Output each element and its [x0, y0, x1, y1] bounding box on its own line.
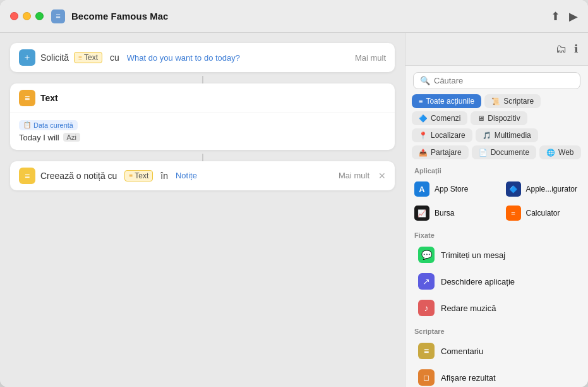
app-label-apple-config: Apple...igurator	[526, 185, 577, 194]
token-icon: ≡	[78, 54, 82, 61]
action-list: Aplicații A App Store 🔷 Apple...igurator…	[405, 163, 588, 387]
solicit-token[interactable]: ≡ Text	[74, 52, 102, 63]
main-content: ＋ Solicită ≡ Text cu What do you want to…	[0, 33, 588, 387]
pill-icon-toate: ≡	[419, 97, 423, 105]
titlebar: ≡ Become Famous Mac ⬆ ▶	[0, 0, 588, 33]
note-link[interactable]: Notițe	[176, 171, 197, 180]
text-title: Text	[40, 93, 58, 103]
share-button[interactable]: ⬆	[551, 9, 560, 23]
pill-label-localizare: Localizare	[431, 131, 465, 140]
add-library-icon[interactable]: 🗂	[556, 43, 567, 56]
pill-label-documente: Documente	[491, 148, 529, 157]
text-body: 📋 Data curentă Today I will Azi	[10, 113, 395, 150]
body-text: Today I will Azi	[19, 133, 386, 142]
pill-label-comenzi: Comenzi	[431, 114, 460, 123]
search-bar: 🔍	[405, 66, 588, 94]
window-title: Become Famous Mac	[71, 11, 168, 22]
scriptare-section-label: Scriptare	[405, 324, 588, 338]
app-item-bursa[interactable]: 📈 Bursa	[405, 201, 497, 225]
note-token-icon: ≡	[129, 172, 133, 179]
pill-comenzi[interactable]: 🔷 Comenzi	[412, 111, 467, 125]
solicit-link[interactable]: What do you want to do today?	[127, 53, 240, 63]
minimize-button[interactable]	[23, 12, 31, 20]
note-token[interactable]: ≡ Text	[124, 170, 153, 181]
action-redare-muzica[interactable]: ♪ Redare muzică	[409, 295, 584, 321]
search-icon: 🔍	[420, 76, 430, 85]
data-tag[interactable]: 📋 Data curentă	[19, 120, 78, 130]
action-afisare-rezultat[interactable]: ◻ Afișare rezultat	[409, 365, 584, 387]
pill-multimedia[interactable]: 🎵 Multimedia	[476, 128, 538, 142]
fixed-section-label: Fixate	[405, 228, 588, 242]
right-toolbar: 🗂 ℹ	[405, 33, 588, 66]
app-icon-appstore: A	[414, 181, 429, 197]
pill-icon-partajare: 📤	[419, 149, 428, 157]
info-icon[interactable]: ℹ	[574, 42, 578, 56]
note-icon: ≡	[19, 168, 35, 184]
pill-icon-dispozitiv: 🖥	[477, 114, 484, 122]
solicit-more[interactable]: Mai mult	[355, 53, 386, 63]
note-middle: în	[160, 171, 168, 181]
label-deschidere-aplicatie: Deschidere aplicație	[441, 277, 515, 286]
left-panel: ＋ Solicită ≡ Text cu What do you want to…	[0, 33, 405, 387]
icon-afisare-rezultat: ◻	[418, 369, 435, 386]
icon-trimiteti-mesaj: 💬	[418, 247, 435, 263]
app-icon-calculator: =	[506, 206, 521, 221]
category-pills: ≡ Toate acțiunile 📜 Scriptare 🔷 Comenzi …	[405, 94, 588, 163]
pill-partajare[interactable]: 📤 Partajare	[412, 145, 469, 159]
fullscreen-button[interactable]	[35, 12, 44, 20]
note-close[interactable]: ✕	[378, 171, 386, 181]
app-label-calculator: Calculator	[526, 209, 560, 218]
apps-grid: A App Store 🔷 Apple...igurator 📈 Bursa =…	[405, 177, 588, 225]
label-afisare-rezultat: Afișare rezultat	[441, 373, 496, 383]
pill-icon-comenzi: 🔷	[419, 114, 428, 123]
icon-redare-muzica: ♪	[418, 300, 435, 316]
action-comentariu[interactable]: ≡ Comentariu	[409, 338, 584, 364]
search-input[interactable]	[434, 76, 573, 85]
app-icon: ≡	[51, 9, 65, 23]
tag-icon: 📋	[23, 121, 31, 128]
pill-icon-web: 🌐	[546, 149, 555, 157]
create-note-header: ≡ Creează o notiță cu ≡ Text în Notițe M…	[10, 161, 395, 190]
text-header: ≡ Text	[10, 83, 395, 113]
solicit-middle: cu	[110, 52, 119, 63]
pill-web[interactable]: 🌐 Web	[539, 145, 580, 159]
title-area: ≡ Become Famous Mac	[51, 9, 168, 23]
app-icon-apple-config: 🔷	[506, 181, 521, 197]
solicit-icon: ＋	[19, 49, 35, 66]
note-prefix: Creează o notiță cu	[40, 171, 117, 181]
app-window: ≡ Become Famous Mac ⬆ ▶ ＋ Solicită ≡ Tex…	[0, 0, 588, 387]
pill-icon-localizare: 📍	[419, 132, 428, 140]
body-text-content: Today I will	[19, 133, 59, 142]
app-item-apple-config[interactable]: 🔷 Apple...igurator	[497, 177, 589, 201]
pill-label-web: Web	[558, 148, 573, 157]
icon-deschidere-aplicatie: ↗	[418, 273, 435, 290]
apps-section-label: Aplicații	[405, 163, 588, 177]
app-label-bursa: Bursa	[435, 209, 454, 218]
solicit-prefix: Solicită	[40, 52, 69, 63]
pill-toate-actiunile[interactable]: ≡ Toate acțiunile	[412, 94, 481, 108]
pill-icon-multimedia: 🎵	[483, 132, 491, 140]
solicit-header: ＋ Solicită ≡ Text cu What do you want to…	[10, 43, 395, 72]
app-item-calculator[interactable]: = Calculator	[497, 201, 589, 225]
search-input-wrap: 🔍	[413, 72, 580, 89]
close-button[interactable]	[10, 12, 18, 20]
app-icon-bursa: 📈	[414, 206, 429, 221]
pill-label-toate: Toate acțiunile	[426, 97, 474, 106]
note-more[interactable]: Mai mult	[339, 171, 369, 180]
app-item-appstore[interactable]: A App Store	[405, 177, 497, 201]
action-trimiteti-mesaj[interactable]: 💬 Trimiteți un mesaj	[409, 242, 584, 267]
pill-label-partajare: Partajare	[431, 148, 462, 157]
pill-documente[interactable]: 📄 Documente	[472, 145, 536, 159]
azi-badge[interactable]: Azi	[63, 133, 80, 142]
pill-label-scriptare: Scriptare	[503, 97, 534, 106]
pill-label-multimedia: Multimedia	[495, 131, 531, 140]
label-redare-muzica: Redare muzică	[441, 304, 496, 313]
app-label-appstore: App Store	[435, 185, 468, 194]
pill-dispozitiv[interactable]: 🖥 Dispozitiv	[471, 111, 527, 125]
pill-localizare[interactable]: 📍 Localizare	[412, 128, 472, 142]
action-deschidere-aplicatie[interactable]: ↗ Deschidere aplicație	[409, 269, 584, 294]
pill-scriptare[interactable]: 📜 Scriptare	[484, 94, 541, 108]
pill-label-dispozitiv: Dispozitiv	[488, 114, 520, 123]
play-button[interactable]: ▶	[569, 9, 578, 23]
label-trimiteti-mesaj: Trimiteți un mesaj	[441, 250, 505, 260]
